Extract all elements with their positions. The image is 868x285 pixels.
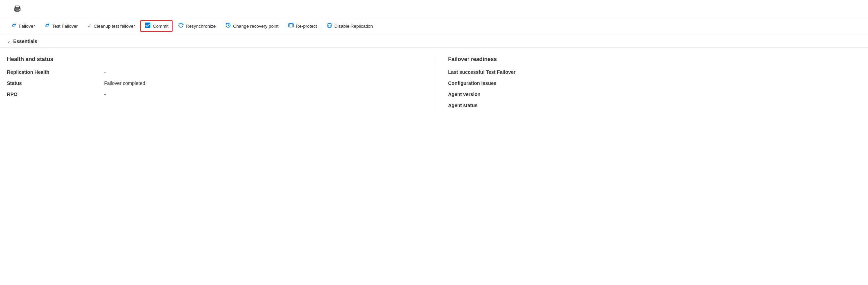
cleanup-test-failover-label: Cleanup test failover — [94, 24, 135, 29]
failover-button[interactable]: Failover — [7, 20, 39, 32]
health-status-title: Health and status — [7, 56, 420, 62]
svg-point-3 — [19, 8, 20, 9]
cleanup-test-failover-button[interactable]: ✓ Cleanup test failover — [83, 21, 139, 31]
print-icon — [14, 5, 21, 12]
test-failover-button[interactable]: Test Failover — [40, 20, 82, 32]
resynchronize-label: Resynchronize — [186, 24, 216, 29]
replication-health-label: Replication Health — [7, 69, 104, 75]
commit-label: Commit — [153, 24, 168, 29]
failover-readiness-item-0: Last successful Test Failover — [448, 69, 861, 75]
commit-icon — [144, 22, 151, 30]
failover-readiness-item-3: Agent status — [448, 103, 861, 108]
top-bar: ​ — [0, 0, 868, 17]
status-row: Status Failover completed — [7, 80, 420, 86]
failover-icon — [11, 23, 17, 29]
test-failover-label: Test Failover — [52, 24, 78, 29]
essentials-label: Essentials — [13, 38, 37, 44]
svg-rect-2 — [16, 9, 19, 11]
resynchronize-button[interactable]: Resynchronize — [174, 20, 220, 32]
history-icon — [225, 23, 231, 29]
svg-rect-0 — [15, 6, 19, 8]
svg-rect-6 — [289, 24, 293, 27]
chevron-down-icon: ⌄ — [7, 39, 10, 44]
failover-readiness-panel: Failover readiness Last successful Test … — [434, 56, 861, 114]
toolbar: Failover Test Failover ✓ Cleanup test fa… — [0, 17, 868, 35]
health-status-panel: Health and status Replication Health - S… — [7, 56, 434, 114]
failover-readiness-title: Failover readiness — [448, 56, 861, 62]
test-failover-icon — [44, 23, 50, 29]
failover-readiness-item-2: Agent version — [448, 92, 861, 97]
svg-rect-9 — [328, 24, 331, 27]
failover-readiness-item-1: Configuration issues — [448, 80, 861, 86]
replication-health-row: Replication Health - — [7, 69, 420, 75]
re-protect-label: Re-protect — [296, 24, 317, 29]
commit-button[interactable]: Commit — [140, 20, 173, 32]
svg-rect-7 — [290, 24, 292, 27]
disable-replication-button[interactable]: Disable Replication — [323, 20, 377, 32]
rpo-value: - — [104, 92, 106, 97]
status-label: Status — [7, 80, 104, 86]
status-value: Failover completed — [104, 80, 145, 86]
checkmark-icon: ✓ — [87, 23, 92, 29]
disable-replication-label: Disable Replication — [334, 24, 373, 29]
content-area: Health and status Replication Health - S… — [0, 48, 868, 122]
print-button[interactable] — [12, 4, 22, 14]
failover-label: Failover — [19, 24, 35, 29]
rpo-label: RPO — [7, 92, 104, 97]
replication-health-value: - — [104, 69, 106, 75]
essentials-header[interactable]: ⌄ Essentials — [0, 35, 868, 48]
top-bar-icons: ​ — [7, 4, 22, 14]
rpo-row: RPO - — [7, 92, 420, 97]
reprotect-icon — [288, 23, 294, 29]
change-recovery-point-button[interactable]: Change recovery point — [221, 20, 283, 32]
change-recovery-point-label: Change recovery point — [233, 24, 278, 29]
re-protect-button[interactable]: Re-protect — [284, 20, 321, 32]
sync-icon — [178, 23, 184, 29]
delete-icon — [327, 23, 332, 29]
